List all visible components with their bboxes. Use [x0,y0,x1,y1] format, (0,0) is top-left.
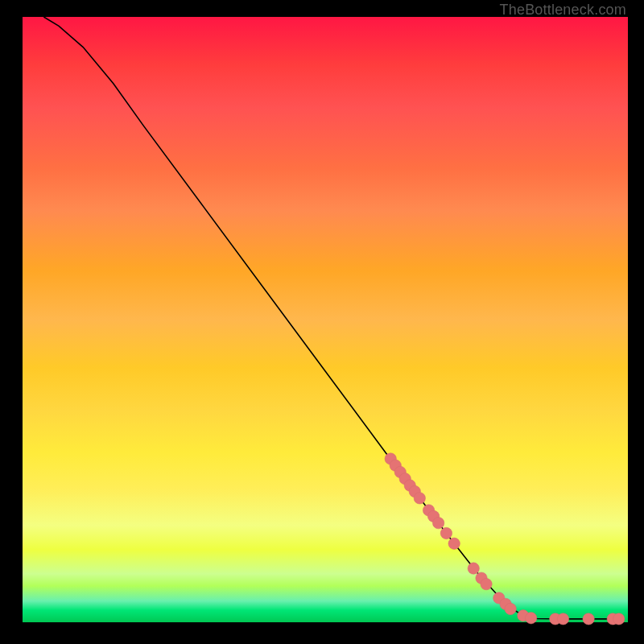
data-marker [613,613,625,625]
data-marker [414,493,425,504]
data-marker [448,538,460,549]
watermark-text: TheBottleneck.com [500,2,626,19]
bottleneck-curve [43,17,616,619]
data-marker [468,563,479,574]
data-marker [481,578,492,589]
chart-container: TheBottleneck.com [0,0,644,644]
data-marker [440,527,452,539]
data-marker [525,613,536,624]
data-marker [432,517,444,528]
plot-area [23,17,628,622]
curve-svg [23,17,628,622]
data-marker [505,603,516,614]
data-markers [385,453,625,625]
data-marker [557,613,568,625]
data-marker [583,613,594,625]
